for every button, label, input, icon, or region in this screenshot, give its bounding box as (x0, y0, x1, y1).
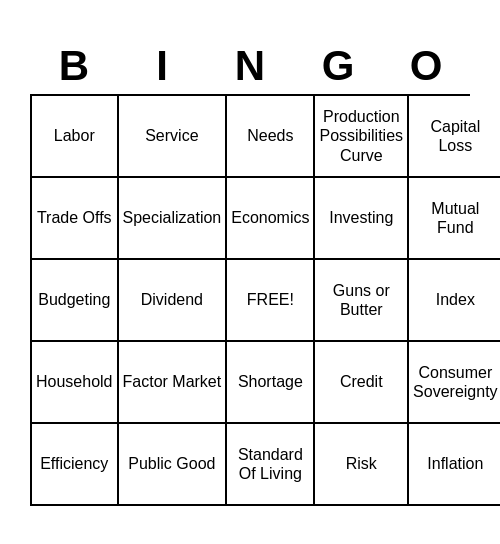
cell-text: Factor Market (123, 372, 222, 391)
header-letter: N (206, 38, 294, 94)
cell-text: Consumer Sovereignty (413, 363, 498, 401)
bingo-cell: Economics (227, 178, 315, 260)
cell-text: Service (145, 126, 198, 145)
bingo-cell: Production Possibilities Curve (315, 96, 409, 178)
bingo-cell: Inflation (409, 424, 500, 506)
bingo-cell: Capital Loss (409, 96, 500, 178)
cell-text: Shortage (238, 372, 303, 391)
bingo-card: BINGO LaborServiceNeedsProduction Possib… (20, 28, 480, 516)
bingo-cell: Shortage (227, 342, 315, 424)
bingo-cell: Needs (227, 96, 315, 178)
bingo-cell: Risk (315, 424, 409, 506)
cell-text: Dividend (141, 290, 203, 309)
bingo-cell: Specialization (119, 178, 228, 260)
bingo-cell: Consumer Sovereignty (409, 342, 500, 424)
header-letter: O (382, 38, 470, 94)
cell-text: Risk (346, 454, 377, 473)
cell-text: Investing (329, 208, 393, 227)
cell-text: Guns or Butter (319, 281, 403, 319)
cell-text: Household (36, 372, 113, 391)
bingo-cell: Credit (315, 342, 409, 424)
cell-text: Efficiency (40, 454, 108, 473)
bingo-cell: Household (32, 342, 119, 424)
bingo-cell: Trade Offs (32, 178, 119, 260)
cell-text: Inflation (427, 454, 483, 473)
cell-text: Economics (231, 208, 309, 227)
cell-text: Production Possibilities Curve (319, 107, 403, 165)
cell-text: Trade Offs (37, 208, 112, 227)
cell-text: Needs (247, 126, 293, 145)
cell-text: Credit (340, 372, 383, 391)
bingo-cell: Public Good (119, 424, 228, 506)
bingo-cell: Factor Market (119, 342, 228, 424)
bingo-cell: FREE! (227, 260, 315, 342)
bingo-cell: Standard Of Living (227, 424, 315, 506)
cell-text: Mutual Fund (413, 199, 498, 237)
bingo-cell: Index (409, 260, 500, 342)
cell-text: Public Good (128, 454, 215, 473)
bingo-cell: Mutual Fund (409, 178, 500, 260)
cell-text: FREE! (247, 290, 294, 309)
bingo-cell: Efficiency (32, 424, 119, 506)
bingo-cell: Guns or Butter (315, 260, 409, 342)
cell-text: Specialization (123, 208, 222, 227)
cell-text: Index (436, 290, 475, 309)
cell-text: Standard Of Living (231, 445, 309, 483)
bingo-grid: LaborServiceNeedsProduction Possibilitie… (30, 94, 470, 506)
bingo-cell: Budgeting (32, 260, 119, 342)
cell-text: Labor (54, 126, 95, 145)
bingo-header: BINGO (30, 38, 470, 94)
header-letter: B (30, 38, 118, 94)
bingo-cell: Investing (315, 178, 409, 260)
cell-text: Capital Loss (413, 117, 498, 155)
header-letter: G (294, 38, 382, 94)
bingo-cell: Dividend (119, 260, 228, 342)
header-letter: I (118, 38, 206, 94)
cell-text: Budgeting (38, 290, 110, 309)
bingo-cell: Service (119, 96, 228, 178)
bingo-cell: Labor (32, 96, 119, 178)
